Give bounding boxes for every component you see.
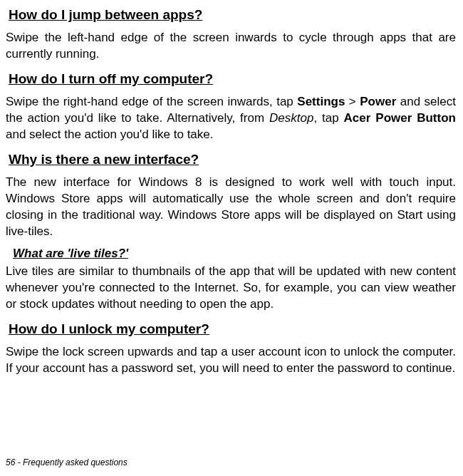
body-turn-off: Swipe the right-hand edge of the screen … xyxy=(6,94,456,143)
heading-new-interface: Why is there a new interface? xyxy=(9,152,456,167)
heading-turn-off: How do I turn off my computer? xyxy=(9,71,456,87)
body-live-tiles: Live tiles are similar to thumbnails of … xyxy=(6,264,456,313)
text-fragment: , tap xyxy=(313,111,343,125)
heading-jump-apps: How do I jump between apps? xyxy=(9,7,456,23)
section-jump-apps: How do I jump between apps? Swipe the le… xyxy=(6,7,456,63)
label-desktop: Desktop xyxy=(269,111,313,125)
subheading-live-tiles: What are 'live tiles?' xyxy=(13,247,456,261)
text-fragment: Swipe the right-hand edge of the screen … xyxy=(6,95,297,108)
section-new-interface: Why is there a new interface? The new in… xyxy=(6,152,456,240)
section-turn-off: How do I turn off my computer? Swipe the… xyxy=(6,71,456,143)
section-unlock: How do I unlock my computer? Swipe the l… xyxy=(6,321,456,377)
section-live-tiles: What are 'live tiles?' Live tiles are si… xyxy=(6,247,456,313)
body-new-interface: The new interface for Windows 8 is desig… xyxy=(6,175,456,240)
text-fragment: and select the action you'd like to take… xyxy=(6,128,213,141)
page-footer: 56 - Frequently asked questions xyxy=(6,457,128,467)
label-settings: Settings xyxy=(297,95,345,108)
label-power: Power xyxy=(360,95,396,108)
heading-unlock: How do I unlock my computer? xyxy=(9,321,456,337)
body-jump-apps: Swipe the left-hand edge of the screen i… xyxy=(6,30,456,63)
body-unlock: Swipe the lock screen upwards and tap a … xyxy=(6,344,456,377)
text-fragment: > xyxy=(345,95,360,108)
label-acer-power-button: Acer Power Button xyxy=(344,111,456,125)
